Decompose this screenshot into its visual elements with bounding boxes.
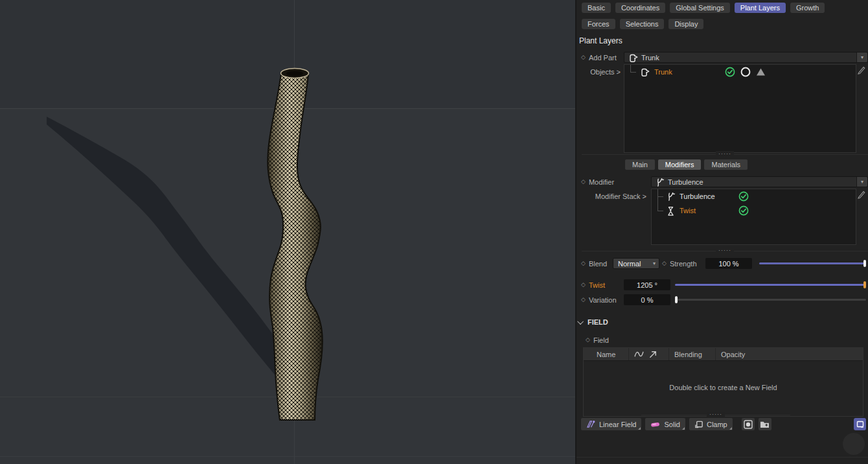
twist-label: Twist xyxy=(589,281,605,289)
field-label: Field xyxy=(593,336,609,344)
enabled-check-icon[interactable] xyxy=(738,205,749,216)
dimmed-circle-button[interactable] xyxy=(843,433,865,455)
variation-slider[interactable] xyxy=(675,294,866,305)
linear-field-button[interactable]: Linear Field xyxy=(581,418,641,430)
param-diamond-icon: ◇ xyxy=(662,261,667,266)
application-window: Basic Coordinates Global Settings Plant … xyxy=(0,0,868,464)
twist-slider-track xyxy=(675,284,866,286)
viewport-3d[interactable] xyxy=(0,0,575,464)
folder-plus-icon xyxy=(760,420,770,428)
triangle-icon[interactable] xyxy=(756,67,766,76)
variation-label: Variation xyxy=(589,296,617,304)
solid-label: Solid xyxy=(664,421,680,428)
new-folder-button[interactable] xyxy=(759,418,771,430)
clamp-icon xyxy=(694,420,703,429)
tab-forces[interactable]: Forces xyxy=(582,19,615,29)
visibility-circle-icon[interactable] xyxy=(740,67,751,77)
resize-handle[interactable]: ····· xyxy=(641,413,790,417)
stack-item-twist[interactable]: Twist xyxy=(652,203,856,218)
stack-item-name: Turbulence xyxy=(680,192,715,200)
object-item-name: Trunk xyxy=(654,68,672,76)
trunk-icon xyxy=(628,52,638,63)
add-part-label: Add Part xyxy=(589,54,617,62)
blend-value: Normal xyxy=(618,260,641,268)
trunk-icon xyxy=(640,67,650,77)
column-icons[interactable] xyxy=(629,348,669,360)
tab-global-settings[interactable]: Global Settings xyxy=(670,3,730,13)
field-table-header: Name Blending Opacity xyxy=(584,348,863,361)
object-item-trunk[interactable]: Trunk xyxy=(624,65,856,79)
column-opacity[interactable]: Opacity xyxy=(716,348,750,360)
stack-item-name: Twist xyxy=(680,207,696,215)
strength-value-field[interactable]: 100 % xyxy=(705,258,752,269)
add-part-dropdown-arrow-icon[interactable]: ▾ xyxy=(856,52,867,62)
clamp-button[interactable]: Clamp xyxy=(689,418,733,430)
param-diamond-icon: ◇ xyxy=(581,261,586,266)
twist-row: ◇ Twist xyxy=(581,279,605,290)
twist-slider-knob[interactable] xyxy=(863,281,866,288)
linear-field-label: Linear Field xyxy=(599,421,636,428)
tab-display[interactable]: Display xyxy=(668,19,703,29)
objects-label[interactable]: Objects > xyxy=(590,68,621,76)
clamp-label: Clamp xyxy=(707,421,727,428)
resize-handle[interactable]: ····· xyxy=(582,249,868,253)
blend-select[interactable]: Normal ▾ xyxy=(613,258,659,269)
twist-slider[interactable] xyxy=(675,279,866,290)
param-diamond-icon: ◇ xyxy=(581,54,586,60)
add-part-dropdown[interactable]: Trunk ▾ xyxy=(624,52,868,63)
param-diamond-icon: ◇ xyxy=(581,297,586,303)
twist-value: 1205 ° xyxy=(637,281,657,289)
modifier-stack-label[interactable]: Modifier Stack > xyxy=(595,192,646,200)
direction-arrow-icon xyxy=(649,350,657,358)
param-diamond-icon: ◇ xyxy=(586,337,590,343)
twist-value-field[interactable]: 1205 ° xyxy=(624,279,670,290)
tab-growth[interactable]: Growth xyxy=(790,3,825,13)
tab-plant-layers[interactable]: Plant Layers xyxy=(735,3,786,13)
modifier-dropdown-arrow-icon[interactable]: ▾ xyxy=(856,177,867,187)
variation-slider-track xyxy=(675,299,866,301)
stack-item-turbulence[interactable]: Turbulence xyxy=(652,189,856,203)
render-toggle-button[interactable] xyxy=(742,418,755,430)
enabled-check-icon[interactable] xyxy=(725,67,735,77)
object-item-toggles xyxy=(725,67,766,77)
tab-coordinates[interactable]: Coordinates xyxy=(615,3,665,13)
variation-value: 0 % xyxy=(641,296,654,304)
solid-button[interactable]: Solid xyxy=(645,418,685,430)
strength-slider-knob[interactable] xyxy=(863,260,866,267)
tab-selections[interactable]: Selections xyxy=(620,19,665,29)
column-name[interactable]: Name xyxy=(584,348,629,360)
subtab-modifiers[interactable]: Modifiers xyxy=(658,159,702,170)
tree-branch-line xyxy=(630,65,636,73)
column-blending[interactable]: Blending xyxy=(669,348,716,360)
add-part-row: ◇ Add Part xyxy=(581,52,617,63)
objects-list[interactable]: Trunk xyxy=(624,64,856,153)
modifier-label: Modifier xyxy=(589,178,614,186)
field-table[interactable]: Name Blending Opacity Double click to cr… xyxy=(583,347,863,417)
solid-icon xyxy=(650,421,661,428)
edit-pencil-icon[interactable] xyxy=(857,189,866,199)
field-section-title: FIELD xyxy=(588,318,608,326)
param-diamond-icon: ◇ xyxy=(581,179,586,185)
subtab-materials[interactable]: Materials xyxy=(704,159,748,170)
strength-label: Strength xyxy=(670,260,697,268)
subtab-main[interactable]: Main xyxy=(625,159,655,170)
variation-slider-knob[interactable] xyxy=(675,296,678,303)
blend-row: ◇ Blend xyxy=(581,258,607,269)
panel-mode-button[interactable] xyxy=(854,418,866,430)
tab-row-2: Forces Selections Display xyxy=(582,19,703,29)
modifier-dropdown[interactable]: Turbulence ▾ xyxy=(651,176,868,187)
variation-row: ◇ Variation xyxy=(581,294,617,305)
modifier-stack-list[interactable]: Turbulence Twist xyxy=(651,189,856,245)
subtab-row: Main Modifiers Materials xyxy=(625,159,748,170)
strength-slider[interactable] xyxy=(759,258,866,269)
tab-row-1: Basic Coordinates Global Settings Plant … xyxy=(582,3,825,13)
modifier-stack-label-row: Modifier Stack > xyxy=(577,191,646,202)
edit-pencil-icon[interactable] xyxy=(857,65,866,75)
enabled-check-icon[interactable] xyxy=(738,191,749,202)
variation-value-field[interactable]: 0 % xyxy=(624,294,670,305)
tab-basic[interactable]: Basic xyxy=(582,3,611,13)
viewport-canvas xyxy=(0,0,575,464)
field-section-header[interactable]: FIELD xyxy=(579,318,608,326)
resize-handle[interactable]: ····· xyxy=(582,153,868,157)
field-table-empty-hint[interactable]: Double click to create a New Field xyxy=(584,384,863,391)
